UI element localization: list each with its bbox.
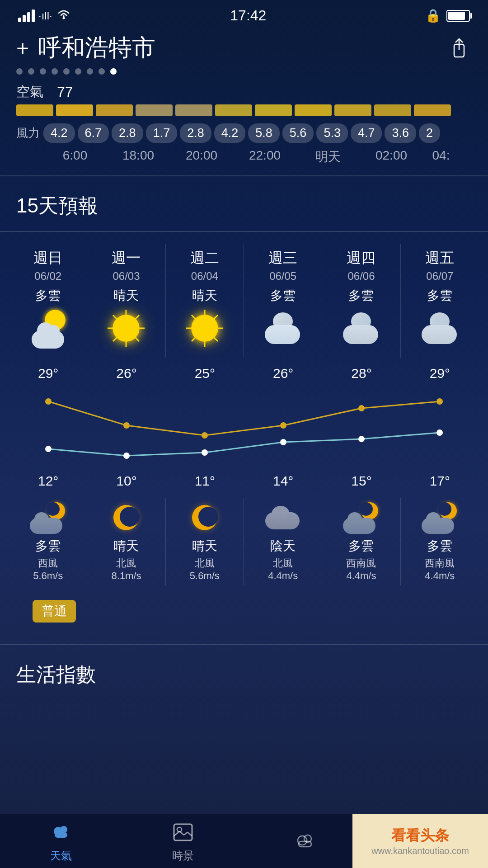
svg-point-19 (123, 422, 130, 429)
svg-line-6 (113, 315, 117, 320)
night-col-5: 多雲 西南風 4.4m/s (322, 498, 400, 585)
svg-line-8 (135, 315, 139, 320)
nav-item-scenery[interactable]: 時景 (122, 820, 244, 863)
low-temp-5: 15° (322, 473, 400, 489)
time-1: 6:00 (43, 148, 107, 165)
weather-icon-1 (28, 308, 68, 349)
forecast-col-6: 週五 06/07 多雲 (401, 244, 479, 358)
forecast-col-5: 週四 06/06 多雲 (322, 244, 400, 358)
share-button[interactable] (446, 35, 472, 61)
svg-point-21 (280, 422, 286, 429)
low-temp-6: 17° (401, 473, 479, 489)
svg-point-0 (62, 17, 65, 19)
wind-dir-1: 西風 (38, 557, 58, 570)
high-temp-labels: 29° 26° 25° 26° 28° 29° (0, 362, 488, 381)
night-condition-1: 多雲 (35, 538, 61, 555)
weather-icon-6 (419, 308, 460, 349)
high-temp-5: 28° (322, 366, 400, 381)
low-temp-4: 14° (244, 473, 322, 489)
quality-section: 普通 (0, 585, 488, 637)
wind-dir-6: 西南風 (425, 557, 455, 570)
night-col-2: 晴天 北風 8.1m/s (87, 498, 165, 585)
night-condition-3: 晴天 (192, 538, 217, 555)
dot-6 (75, 68, 81, 75)
watermark: 看看头条 www.kankantoutiao.com (352, 814, 488, 868)
svg-line-7 (135, 337, 139, 341)
svg-rect-32 (55, 832, 67, 838)
temperature-curves (0, 381, 488, 473)
status-bar: ·ıll· 17:42 🔒 (0, 0, 488, 28)
date-6: 06/07 (426, 270, 453, 283)
wind-dir-4: 北風 (273, 557, 293, 570)
lock-icon: 🔒 (425, 8, 441, 23)
image-nav-icon (170, 820, 196, 845)
weekday-4: 週三 (268, 248, 297, 268)
svg-point-20 (202, 432, 208, 439)
low-temp-3: 11° (166, 473, 244, 489)
nav-item-unknown1[interactable] (244, 829, 366, 854)
wind-value-12: 2 (419, 123, 440, 143)
low-temp-2: 10° (87, 473, 165, 489)
nav-item-weather[interactable]: 天氣 (0, 820, 122, 863)
dot-2 (28, 68, 34, 75)
wind-dir-2: 北風 (116, 557, 136, 570)
forecast-header: 15天預報 (0, 184, 488, 224)
svg-line-14 (192, 315, 196, 320)
time-4: 22:00 (233, 148, 296, 165)
svg-point-23 (436, 398, 443, 405)
forecast-col-4: 週三 06/05 多雲 (244, 244, 322, 358)
wind-value-3: 2.8 (112, 123, 143, 143)
svg-rect-33 (174, 824, 192, 840)
dot-5 (63, 68, 70, 75)
header-left: + 呼和浩特市 (16, 32, 155, 64)
weather-icon-3 (184, 308, 225, 349)
dot-7 (87, 68, 93, 75)
air-quality-value: 77 (57, 84, 73, 100)
weekday-3: 週二 (190, 248, 219, 268)
high-temp-6: 29° (401, 366, 479, 381)
svg-point-26 (202, 449, 208, 456)
status-icons: 🔒 (425, 8, 470, 23)
wind-value-7: 5.8 (248, 123, 280, 143)
night-condition-6: 多雲 (427, 538, 452, 555)
wind-value-5: 2.8 (180, 123, 211, 143)
divider-1 (0, 175, 488, 176)
night-condition-5: 多雲 (348, 538, 374, 555)
add-city-button[interactable]: + (16, 36, 29, 61)
dot-3 (40, 68, 46, 75)
wind-value-10: 4.7 (351, 123, 382, 143)
dot-4 (52, 68, 58, 75)
time-2: 18:00 (107, 148, 170, 165)
condition-4: 多雲 (270, 287, 296, 304)
watermark-line2: www.kankantoutiao.com (371, 846, 469, 856)
header: + 呼和浩特市 (0, 28, 488, 66)
divider-2 (0, 231, 488, 232)
wind-value-2: 6.7 (78, 123, 109, 143)
page-dots (0, 66, 488, 79)
weekday-6: 週五 (425, 248, 454, 268)
signal-area: ·ıll· (18, 8, 71, 23)
signal-dots: ·ıll· (38, 9, 52, 22)
condition-6: 多雲 (427, 287, 452, 304)
time-7: 04: (423, 148, 459, 165)
nav-label-scenery: 時景 (172, 849, 194, 863)
wind-value-8: 5.6 (282, 123, 314, 143)
high-temp-3: 25° (166, 366, 244, 381)
quality-badge: 普通 (33, 600, 76, 623)
night-condition-2: 晴天 (113, 538, 139, 555)
wind-dir-3: 北風 (195, 557, 215, 570)
night-col-3: 晴天 北風 5.6m/s (166, 498, 244, 585)
divider-3 (0, 644, 488, 645)
watermark-line1: 看看头条 (391, 826, 449, 846)
dot-1 (16, 68, 23, 75)
weather-icon-5 (341, 308, 381, 349)
date-5: 06/06 (347, 270, 375, 283)
wind-dir-5: 西南風 (346, 557, 376, 570)
cloud-nav-icon (48, 820, 74, 845)
svg-line-9 (113, 337, 117, 341)
svg-line-17 (192, 337, 196, 341)
svg-point-22 (358, 405, 365, 411)
weekday-5: 週四 (347, 248, 375, 268)
time-3: 20:00 (170, 148, 233, 165)
wind-speed-4: 4.4m/s (268, 570, 298, 582)
